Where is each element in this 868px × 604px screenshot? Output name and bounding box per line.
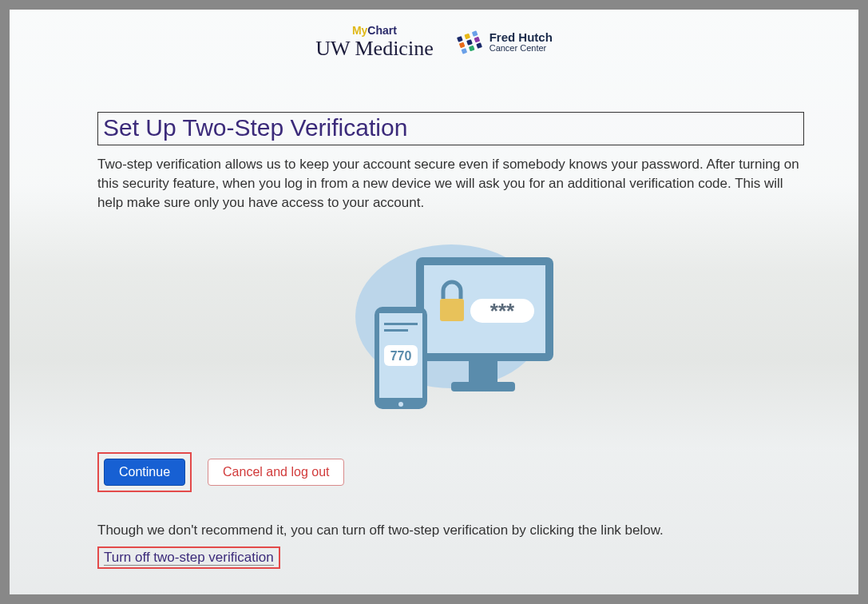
svg-rect-3 [458, 42, 465, 49]
svg-rect-1 [464, 34, 470, 40]
svg-rect-12 [469, 361, 497, 382]
svg-point-22 [398, 402, 403, 407]
svg-text:***: *** [489, 299, 514, 323]
highlight-continue: Continue [97, 452, 192, 492]
svg-rect-7 [469, 46, 475, 52]
turn-off-link[interactable]: Turn off two-step verification [104, 550, 274, 566]
app-window: MyChart UW Medicine [10, 10, 858, 594]
highlight-turn-off: Turn off two-step verification [97, 546, 280, 569]
svg-rect-4 [466, 39, 473, 46]
svg-rect-13 [451, 382, 515, 391]
svg-rect-8 [476, 42, 482, 49]
svg-rect-2 [472, 30, 478, 37]
page-title: Set Up Two-Step Verification [97, 112, 804, 145]
svg-rect-5 [474, 37, 480, 43]
svg-rect-19 [384, 323, 418, 325]
svg-rect-0 [457, 36, 463, 42]
main-content: Set Up Two-Step Verification Two-step ve… [97, 112, 804, 569]
fred-hutch-icon [456, 29, 483, 56]
fred-hutch-line1: Fred Hutch [489, 31, 553, 44]
svg-rect-20 [384, 329, 408, 332]
svg-rect-6 [461, 48, 467, 54]
mychart-suffix: Chart [367, 24, 397, 37]
fred-hutch-logo: Fred Hutch Cancer Center [456, 29, 553, 56]
illustration-code-text: 770 [390, 349, 411, 363]
continue-button[interactable]: Continue [104, 459, 185, 486]
button-row: Continue Cancel and log out [97, 452, 804, 492]
uw-medicine-logo: MyChart UW Medicine [315, 24, 434, 61]
mychart-prefix: My [352, 24, 367, 37]
fred-hutch-line2: Cancer Center [489, 44, 553, 54]
logo-bar: MyChart UW Medicine [10, 24, 858, 61]
page-description: Two-step verification allows us to keep … [97, 155, 804, 213]
two-step-illustration: *** 770 [97, 236, 804, 420]
uw-medicine-text: UW Medicine [315, 37, 434, 61]
svg-rect-14 [440, 299, 464, 321]
turn-off-note: Though we don't recommend it, you can tu… [97, 523, 804, 538]
cancel-logout-button[interactable]: Cancel and log out [208, 459, 344, 486]
